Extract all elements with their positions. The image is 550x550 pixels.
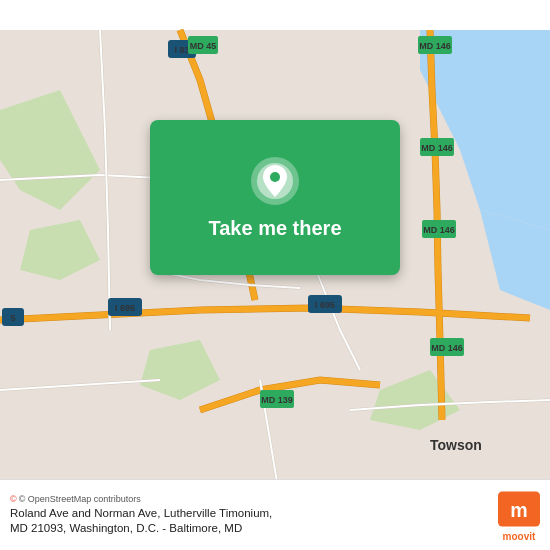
cta-button-label: Take me there (208, 217, 341, 240)
osm-attribution: © © OpenStreetMap contributors (10, 494, 488, 504)
svg-point-23 (270, 172, 280, 182)
svg-text:m: m (510, 499, 527, 521)
osm-text: © OpenStreetMap contributors (19, 494, 141, 504)
svg-text:5: 5 (10, 313, 15, 323)
svg-text:MD 139: MD 139 (261, 395, 293, 405)
moovit-icon: m (498, 488, 540, 530)
address-line1: Roland Ave and Norman Ave, Lutherville T… (10, 507, 272, 519)
svg-text:I 695: I 695 (115, 303, 135, 313)
map-container: I 83 I 695 I 695 MD 45 MD 146 MD 146 MD … (0, 0, 550, 550)
location-pin-icon (249, 155, 301, 207)
svg-text:MD 146: MD 146 (431, 343, 463, 353)
svg-text:I 695: I 695 (315, 300, 335, 310)
svg-text:MD 146: MD 146 (421, 143, 453, 153)
svg-text:MD 45: MD 45 (190, 41, 217, 51)
bottom-left-section: © © OpenStreetMap contributors Roland Av… (10, 494, 488, 536)
map-background: I 83 I 695 I 695 MD 45 MD 146 MD 146 MD … (0, 0, 550, 550)
cta-card[interactable]: Take me there (150, 120, 400, 275)
city-label: Towson (430, 437, 482, 453)
moovit-text: moovit (503, 531, 536, 542)
osm-symbol: © (10, 494, 17, 504)
moovit-logo: m moovit (498, 488, 540, 542)
svg-text:I 83: I 83 (174, 45, 189, 55)
bottom-bar: © © OpenStreetMap contributors Roland Av… (0, 479, 550, 550)
svg-text:MD 146: MD 146 (419, 41, 451, 51)
address-line2: MD 21093, Washington, D.C. - Baltimore, … (10, 522, 242, 534)
svg-text:MD 146: MD 146 (423, 225, 455, 235)
address-block: Roland Ave and Norman Ave, Lutherville T… (10, 506, 488, 536)
